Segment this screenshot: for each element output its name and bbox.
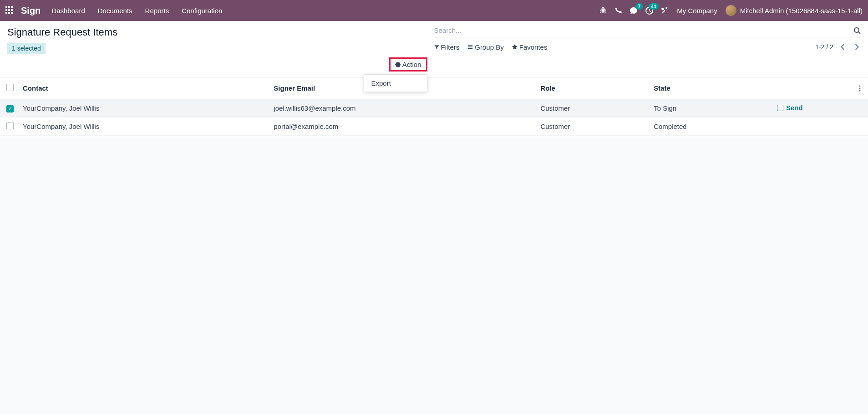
cell-email: portal@example.com [269,117,536,135]
svg-point-6 [859,85,861,87]
table-row[interactable]: YourCompany, Joel Willis portal@example.… [0,117,868,135]
table-row[interactable]: YourCompany, Joel Willis joel.willis63@e… [0,99,868,118]
svg-rect-4 [468,46,473,47]
svg-rect-5 [468,48,473,49]
pager-prev[interactable] [839,43,847,51]
pager: 1-2 / 2 [815,43,861,51]
send-button[interactable]: Send [777,104,803,112]
top-menu: Dashboard Documents Reports Configuratio… [51,7,222,15]
svg-line-2 [858,32,860,34]
cell-role: Customer [536,117,649,135]
bug-icon[interactable] [599,7,607,14]
col-role[interactable]: Role [536,77,649,99]
row-checkbox[interactable] [6,122,14,129]
control-panel: Signature Request Items 1 selected Filte… [0,21,868,77]
svg-point-7 [859,87,861,89]
cell-email: joel.willis63@example.com [269,99,536,118]
activity-icon[interactable]: 41 [645,7,653,15]
action-export[interactable]: Export [364,75,427,92]
selection-count: 1 selected [7,43,46,54]
gear-icon [395,62,401,67]
row-checkbox[interactable] [6,105,14,112]
cell-state: To Sign [649,99,772,118]
menu-reports[interactable]: Reports [145,7,169,15]
favorites-label: Favorites [519,43,548,51]
search-input[interactable] [434,26,854,34]
cell-contact: YourCompany, Joel Willis [18,99,269,118]
col-contact[interactable]: Contact [18,77,269,99]
cell-role: Customer [536,99,649,118]
search-bar [434,26,861,37]
cell-contact: YourCompany, Joel Willis [18,117,269,135]
list-view: Contact Signer Email Role State YourComp… [0,77,868,136]
select-all-checkbox[interactable] [6,84,14,91]
menu-documents[interactable]: Documents [98,7,132,15]
activity-badge: 41 [649,3,659,10]
filters-label: Filters [441,43,460,51]
col-state[interactable]: State [649,77,772,99]
favorites-button[interactable]: Favorites [512,43,548,51]
action-label: Action [402,61,421,68]
menu-dashboard[interactable]: Dashboard [51,7,85,15]
action-button[interactable]: Action [389,57,427,72]
send-label: Send [786,104,803,112]
svg-point-8 [859,90,861,91]
page-title: Signature Request Items [7,26,434,38]
pager-text: 1-2 / 2 [815,43,833,51]
user-name: Mitchell Admin (15026884-saas-15-1-all) [740,7,863,15]
company-switcher[interactable]: My Company [677,7,717,15]
apps-icon[interactable] [5,6,14,15]
groupby-label: Group By [475,43,503,51]
messaging-badge: 7 [635,3,643,10]
pager-next[interactable] [853,43,861,51]
svg-point-0 [602,9,605,12]
messaging-icon[interactable]: 7 [630,7,637,14]
user-menu[interactable]: Mitchell Admin (15026884-saas-15-1-all) [726,5,863,16]
column-options[interactable] [859,85,863,92]
cell-state: Completed [649,117,772,135]
menu-configuration[interactable]: Configuration [182,7,222,15]
filters-button[interactable]: Filters [434,43,460,51]
action-dropdown: Export [364,74,427,92]
avatar [726,5,736,16]
phone-icon[interactable] [615,7,622,14]
top-nav: Sign Dashboard Documents Reports Configu… [0,0,868,21]
groupby-button[interactable]: Group By [467,43,503,51]
app-brand[interactable]: Sign [21,5,41,16]
svg-rect-3 [468,45,473,46]
search-icon[interactable] [853,27,861,34]
send-checkbox-icon [777,105,783,111]
svg-point-1 [854,28,859,32]
tools-icon[interactable] [661,7,669,14]
